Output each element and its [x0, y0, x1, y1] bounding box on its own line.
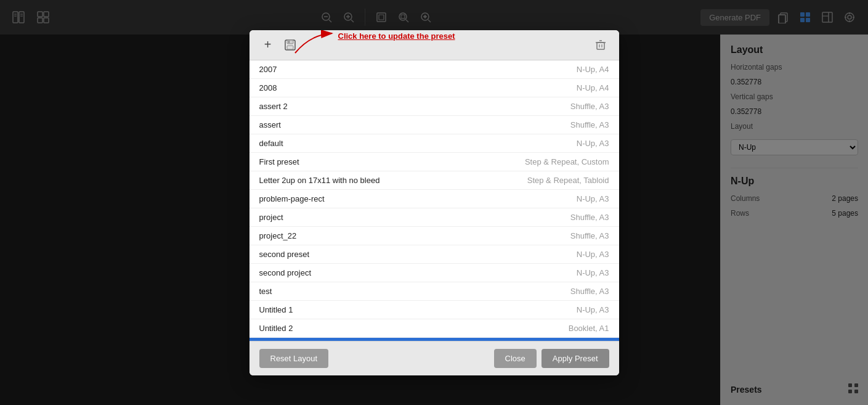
preset-row-assert[interactable]: assert Shuffle, A3 [249, 116, 619, 134]
preset-row-second-project[interactable]: second project N-Up, A3 [249, 264, 619, 282]
svg-rect-52 [597, 43, 604, 49]
preset-row-untitled1[interactable]: Untitled 1 N-Up, A3 [249, 301, 619, 319]
preset-row-first[interactable]: First preset Step & Repeat, Custom [249, 153, 619, 171]
preset-row-second-preset[interactable]: second preset N-Up, A3 [249, 245, 619, 264]
preset-modal: + [249, 30, 619, 375]
preset-row-assert2[interactable]: assert 2 Shuffle, A3 [249, 97, 619, 116]
add-preset-button[interactable]: + [259, 36, 277, 54]
preset-row-2007[interactable]: 2007 N-Up, A4 [249, 60, 619, 79]
save-preset-button[interactable]: Click here to update the preset [282, 36, 299, 54]
preset-row-test[interactable]: test Shuffle, A3 [249, 282, 619, 301]
modal-overlay: + [0, 0, 868, 405]
preset-list: 2007 N-Up, A4 2008 N-Up, A4 assert 2 Shu… [249, 60, 619, 341]
svg-rect-50 [288, 41, 290, 43]
modal-footer-right: Close Apply Preset [494, 349, 609, 368]
delete-preset-button[interactable] [592, 36, 609, 54]
preset-row-2008[interactable]: 2008 N-Up, A4 [249, 79, 619, 97]
svg-rect-49 [287, 46, 293, 49]
svg-rect-48 [287, 40, 293, 44]
modal-header: + [249, 30, 619, 60]
preset-row-default[interactable]: default N-Up, A3 [249, 134, 619, 153]
close-button[interactable]: Close [494, 349, 537, 368]
preset-row-project[interactable]: project Shuffle, A3 [249, 208, 619, 227]
preset-row-untitled2[interactable]: Untitled 2 Booklet, A1 [249, 319, 619, 338]
preset-row-project22[interactable]: project_22 Shuffle, A3 [249, 227, 619, 245]
apply-preset-button[interactable]: Apply Preset [541, 349, 609, 368]
modal-footer: Reset Layout Close Apply Preset [249, 341, 619, 375]
modal-header-icons: + [259, 36, 299, 54]
reset-layout-button[interactable]: Reset Layout [259, 349, 329, 368]
preset-row-letter2up[interactable]: Letter 2up on 17x11 with no bleed Step &… [249, 171, 619, 190]
preset-row-problem[interactable]: problem-page-rect N-Up, A3 [249, 190, 619, 208]
